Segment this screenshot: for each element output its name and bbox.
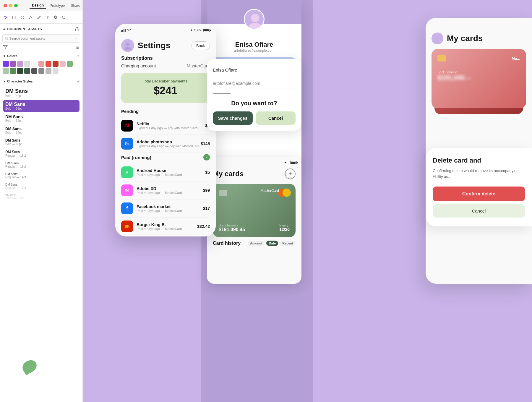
tab-design[interactable]: Design: [30, 3, 46, 9]
facebook-price: $17: [203, 206, 210, 211]
save-changes-button[interactable]: Save changes: [213, 111, 253, 125]
back-button[interactable]: Back: [191, 41, 210, 50]
char-styles-add-button[interactable]: +: [77, 79, 80, 84]
svg-rect-0: [13, 16, 16, 19]
mastercard-logo: [278, 189, 291, 197]
battery-tip-b: [297, 162, 298, 163]
swatch-purple-light[interactable]: [17, 61, 23, 67]
close-dot[interactable]: [4, 4, 7, 7]
battery-indicator: [203, 29, 210, 32]
cancel-button[interactable]: Cancel: [256, 111, 296, 125]
char-style-2[interactable]: DM Sans Bold — 32pt: [3, 113, 80, 124]
facebook-info: Facebook market Paid 4 days ago — Master…: [137, 204, 203, 213]
share-icon[interactable]: [75, 27, 80, 31]
hist-tab-recent[interactable]: Recent: [280, 241, 296, 246]
titlebar: Design Prototype Share: [0, 0, 82, 11]
confirm-delete-button[interactable]: Confirm delete: [433, 187, 525, 201]
char-styles-label: Character Styles: [7, 80, 33, 83]
minimize-dot[interactable]: [9, 4, 12, 7]
frame-tool[interactable]: [11, 14, 17, 20]
burger-name: Burger King B.: [137, 222, 197, 227]
dropdown-icon[interactable]: [75, 37, 77, 40]
circle-tool[interactable]: [20, 14, 25, 20]
swatch-red[interactable]: [46, 61, 51, 67]
swatch-green-dark[interactable]: [10, 68, 16, 74]
swatch-coral[interactable]: [38, 61, 44, 67]
swatch-light-gray[interactable]: [53, 68, 59, 74]
swatch-charcoal[interactable]: [31, 68, 37, 74]
xd-name: Adobe XD: [137, 186, 203, 191]
swatch-forest[interactable]: [17, 68, 23, 74]
hist-tab-date[interactable]: Date: [266, 241, 278, 246]
maximize-dot[interactable]: [14, 4, 18, 7]
swatch-green-light[interactable]: [3, 68, 9, 74]
colors-section-header[interactable]: ▼ Colors +: [0, 52, 82, 60]
char-style-9[interactable]: DM Sans Small — 10pt: [3, 192, 80, 202]
edit-name-input[interactable]: [213, 65, 296, 75]
mycards-avatar: [432, 33, 443, 44]
char-style-5[interactable]: DM Sans Regular — 18pt: [3, 148, 80, 159]
char-style-name-5: DM Sans: [5, 150, 77, 154]
colors-add-button[interactable]: +: [77, 53, 80, 59]
add-card-button[interactable]: +: [285, 168, 296, 179]
tab-prototype[interactable]: Prototype: [47, 3, 67, 8]
filter-row: [0, 45, 82, 52]
filter-icon[interactable]: [3, 45, 8, 50]
android-name: Android House: [137, 168, 205, 173]
chip-icon: [437, 55, 446, 61]
account-name: Enisa Ofiare: [213, 41, 296, 48]
char-style-3[interactable]: DM Sans Bold — 24pt: [3, 125, 80, 136]
pen-tool[interactable]: [36, 14, 42, 20]
char-style-0[interactable]: DM Sans Bold — 42pt: [3, 86, 80, 99]
search-input[interactable]: [9, 37, 74, 40]
battery-fill: [204, 29, 209, 31]
char-style-4[interactable]: DM Sans Bold — 18pt: [3, 137, 80, 147]
swatch-gray-mid[interactable]: [38, 68, 44, 74]
account-profile-bg: [207, 0, 301, 24]
char-style-meta-2: Bold — 32pt: [5, 119, 77, 122]
swatch-purple-dark[interactable]: [3, 61, 9, 67]
swatch-gray-light[interactable]: [24, 61, 30, 67]
char-style-6[interactable]: DM Sans Regular — 16pt: [3, 160, 80, 170]
char-style-meta-7: Regular — 14pt: [5, 176, 77, 179]
char-styles-section-header[interactable]: ▼ Character Styles +: [0, 77, 82, 85]
char-style-meta-8: Regular — 12pt: [5, 186, 77, 189]
tab-share[interactable]: Share: [68, 3, 82, 8]
swatch-gray[interactable]: [46, 68, 51, 74]
char-style-7[interactable]: DM Sans Regular — 14pt: [3, 171, 80, 181]
swatch-white[interactable]: [31, 61, 37, 67]
hand-tool[interactable]: [53, 14, 59, 20]
status-battery: ✦ 100%: [190, 28, 210, 32]
char-style-meta-1: Bold — 33pt: [5, 107, 77, 110]
edit-email-input[interactable]: [213, 79, 296, 88]
text-tool[interactable]: [44, 14, 50, 20]
swatch-red-dark[interactable]: [53, 61, 59, 67]
do-you-want-heading: Do you want to?: [213, 100, 296, 107]
colors-chevron: ▼: [3, 54, 6, 58]
cursor-tool[interactable]: [3, 14, 9, 20]
xd-info: Adobe XD Paid 4 days ago — MasterCard: [137, 186, 203, 194]
total-label: Total December payments:: [127, 79, 204, 83]
android-icon: A: [121, 166, 133, 178]
battery-tip: [210, 30, 211, 31]
swatch-purple-mid[interactable]: [10, 61, 16, 67]
char-styles-chevron: ▼: [3, 80, 6, 83]
hist-tab-amount[interactable]: Amount: [248, 241, 265, 246]
svg-point-22: [433, 40, 442, 44]
search-tool[interactable]: [61, 14, 67, 20]
triangle-tool[interactable]: [28, 14, 34, 20]
swatch-pink[interactable]: [60, 61, 66, 67]
list-view-icon[interactable]: [75, 45, 80, 50]
netflix-icon: N: [121, 120, 133, 132]
swatch-green[interactable]: [67, 61, 73, 67]
swatch-dark-green[interactable]: [24, 68, 30, 74]
char-style-8[interactable]: DM Sans Regular — 12pt: [3, 181, 80, 191]
char-style-name-6: DM Sans: [5, 161, 77, 165]
cancel-delete-button[interactable]: Cancel: [433, 204, 525, 218]
search-bar[interactable]: [2, 34, 80, 43]
status-signal: [121, 28, 131, 32]
settings-title: Settings: [138, 41, 170, 50]
sub-item-burger: BK Burger King B. Paid 4 days ago — Mast…: [121, 218, 210, 233]
logo-bubble: [12, 349, 47, 384]
char-style-1[interactable]: DM Sans Bold — 33pt: [3, 100, 80, 112]
